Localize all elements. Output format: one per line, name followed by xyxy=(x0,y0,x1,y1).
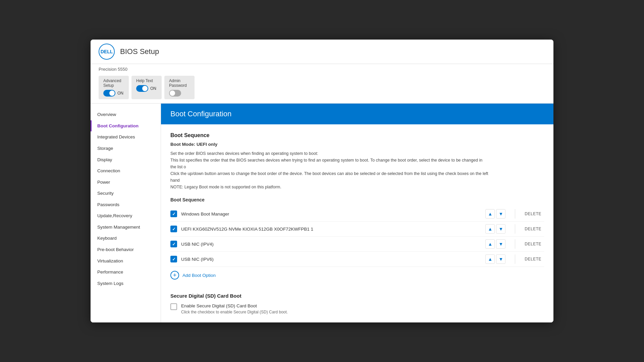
help-text-state: ON xyxy=(150,86,156,91)
help-text-block: Set the order BIOS searches devices when… xyxy=(170,150,489,190)
sidebar-item-integrated-devices[interactable]: Integrated Devices xyxy=(91,131,161,143)
admin-password-label: AdminPassword xyxy=(169,78,187,88)
boot-item-windows-checkbox[interactable] xyxy=(170,210,177,217)
boot-item-usb-ipv4-checkbox[interactable] xyxy=(170,241,177,247)
boot-sequence-subsection-title: Boot Sequence xyxy=(170,197,544,202)
boot-item-usb-ipv4-down[interactable]: ▼ xyxy=(496,239,505,249)
sidebar-item-connection[interactable]: Connection xyxy=(91,165,161,177)
help-text-line1: This list specifies the order that the B… xyxy=(170,158,482,169)
sd-card-checkbox[interactable] xyxy=(170,303,177,310)
advanced-setup-label: AdvancedSetup xyxy=(103,78,121,88)
boot-item-usb-ipv6-up[interactable]: ▲ xyxy=(485,254,495,264)
sd-card-title: Secure Digital (SD) Card Boot xyxy=(170,293,544,299)
sidebar-item-keyboard[interactable]: Keyboard xyxy=(91,233,161,244)
divider xyxy=(515,209,515,219)
boot-item-uefi-up[interactable]: ▲ xyxy=(485,224,495,234)
boot-item-windows-down[interactable]: ▼ xyxy=(496,209,505,219)
toolbar-area: Precision 5550 AdvancedSetup ON Help Tex… xyxy=(91,64,553,104)
boot-item-usb-ipv4-label: USB NIC (IPV4) xyxy=(181,242,481,247)
sidebar: Overview Boot Configuration Integrated D… xyxy=(91,104,161,322)
sd-card-label: Enable Secure Digital (SD) Card Boot xyxy=(181,303,288,308)
boot-sequence-section-title: Boot Sequence xyxy=(170,132,544,138)
sidebar-item-passwords[interactable]: Passwords xyxy=(91,199,161,210)
sd-card-section: Secure Digital (SD) Card Boot Enable Sec… xyxy=(170,293,544,314)
boot-item-usb-ipv4-arrows: ▲ ▼ xyxy=(485,239,505,249)
help-text-toggle-row: ON xyxy=(136,85,156,92)
boot-item-usb-ipv4-delete[interactable]: DELETE xyxy=(522,240,544,248)
bios-title: BIOS Setup xyxy=(120,47,159,56)
boot-item-windows-label: Windows Boot Manager xyxy=(181,212,481,217)
sidebar-item-system-logs[interactable]: System Logs xyxy=(91,278,161,289)
content-body: Boot Sequence Boot Mode: UEFI only Set t… xyxy=(161,124,553,322)
boot-item-uefi-checkbox[interactable] xyxy=(170,226,177,232)
boot-item-usb-ipv6-down[interactable]: ▼ xyxy=(496,254,505,264)
boot-item-usb-ipv4: USB NIC (IPV4) ▲ ▼ DELETE xyxy=(170,237,544,252)
divider xyxy=(515,254,515,264)
sidebar-item-system-management[interactable]: System Management xyxy=(91,222,161,233)
boot-item-uefi-delete[interactable]: DELETE xyxy=(522,225,544,233)
boot-item-usb-ipv6-checkbox[interactable] xyxy=(170,256,177,262)
advanced-setup-card: AdvancedSetup ON xyxy=(99,76,129,100)
content-area: Boot Configuration Boot Sequence Boot Mo… xyxy=(161,104,553,322)
sd-row: Enable Secure Digital (SD) Card Boot Cli… xyxy=(170,303,544,314)
sidebar-item-display[interactable]: Display xyxy=(91,154,161,166)
model-label: Precision 5550 xyxy=(99,65,545,76)
boot-item-usb-ipv6-delete[interactable]: DELETE xyxy=(522,255,544,263)
boot-item-usb-ipv6: USB NIC (IPV6) ▲ ▼ DELETE xyxy=(170,252,544,267)
advanced-setup-toggle-row: ON xyxy=(103,90,123,97)
admin-password-toggle-row xyxy=(169,90,181,97)
add-boot-option[interactable]: + Add Boot Option xyxy=(170,267,544,284)
boot-item-uefi-down[interactable]: ▼ xyxy=(496,224,505,234)
sidebar-item-security[interactable]: Security xyxy=(91,188,161,199)
boot-item-uefi: UEFI KXG60ZNV512G NVMe KIOXIA 512GB X0OF… xyxy=(170,222,544,237)
boot-item-uefi-label: UEFI KXG60ZNV512G NVMe KIOXIA 512GB X0OF… xyxy=(181,227,481,232)
sd-card-help: Click the checkbox to enable Secure Digi… xyxy=(181,310,288,314)
divider xyxy=(515,224,515,234)
sd-text-block: Enable Secure Digital (SD) Card Boot Cli… xyxy=(181,303,288,314)
advanced-setup-toggle[interactable] xyxy=(103,90,115,97)
help-text-toggle[interactable] xyxy=(136,85,148,92)
sidebar-item-storage[interactable]: Storage xyxy=(91,143,161,154)
help-text-line3: NOTE: Legacy Boot mode is not supported … xyxy=(170,185,281,189)
content-header-title: Boot Configuration xyxy=(170,110,231,118)
boot-item-usb-ipv6-label: USB NIC (IPV6) xyxy=(181,257,481,262)
boot-mode-line: Boot Mode: UEFI only xyxy=(170,142,544,147)
help-text-line2: Click the up/down button arrows to chang… xyxy=(170,171,488,183)
help-text-label: Help Text xyxy=(136,78,153,83)
advanced-setup-state: ON xyxy=(117,91,123,96)
sidebar-item-overview[interactable]: Overview xyxy=(91,109,161,120)
add-boot-label: Add Boot Option xyxy=(182,273,216,278)
boot-item-windows: Windows Boot Manager ▲ ▼ DELETE xyxy=(170,206,544,222)
toolbar-group: AdvancedSetup ON Help Text ON AdminPassw… xyxy=(99,76,545,100)
admin-password-card: AdminPassword xyxy=(164,76,195,100)
sidebar-item-update-recovery[interactable]: Update,Recovery xyxy=(91,210,161,222)
admin-password-toggle[interactable] xyxy=(169,90,181,97)
boot-item-usb-ipv6-arrows: ▲ ▼ xyxy=(485,254,505,264)
sidebar-item-performance[interactable]: Performance xyxy=(91,266,161,278)
sidebar-item-boot-configuration[interactable]: Boot Configuration xyxy=(91,120,161,132)
content-header: Boot Configuration xyxy=(161,104,553,124)
boot-item-windows-arrows: ▲ ▼ xyxy=(485,209,505,219)
sidebar-item-power[interactable]: Power xyxy=(91,177,161,188)
boot-item-usb-ipv4-up[interactable]: ▲ xyxy=(485,239,495,249)
bios-window: DELL BIOS Setup Precision 5550 AdvancedS… xyxy=(91,40,553,323)
boot-item-windows-delete[interactable]: DELETE xyxy=(522,210,544,218)
header: DELL BIOS Setup xyxy=(91,40,553,64)
add-boot-icon: + xyxy=(170,271,179,280)
sidebar-item-virtualization[interactable]: Virtualization xyxy=(91,255,161,267)
help-text-card: Help Text ON xyxy=(131,76,162,100)
boot-item-uefi-arrows: ▲ ▼ xyxy=(485,224,505,234)
divider xyxy=(515,239,515,249)
help-text-intro: Set the order BIOS searches devices when… xyxy=(170,151,318,156)
main-layout: Overview Boot Configuration Integrated D… xyxy=(91,104,553,322)
dell-logo: DELL xyxy=(99,44,115,60)
sidebar-item-preboot-behavior[interactable]: Pre-boot Behavior xyxy=(91,244,161,255)
boot-item-windows-up[interactable]: ▲ xyxy=(485,209,495,219)
